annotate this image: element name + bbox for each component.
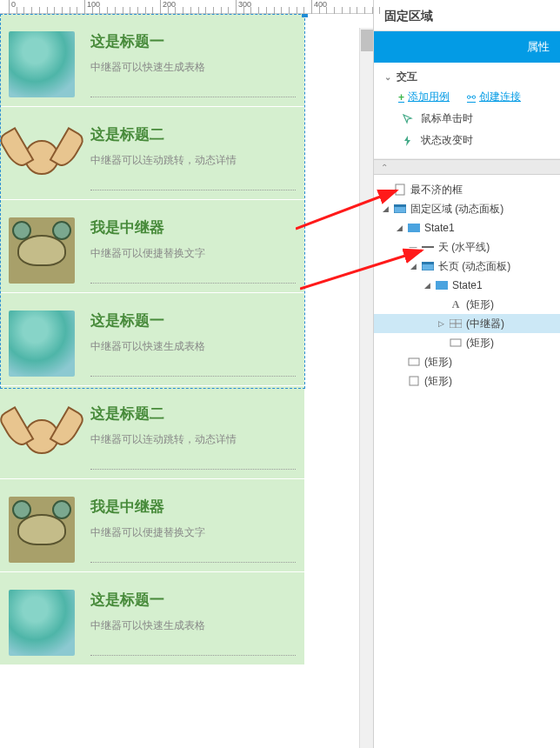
create-link-link[interactable]: ⚯ 创建连接 <box>467 90 521 104</box>
interaction-section: ⌄ 交互 + 添加用例 ⚯ 创建连接 鼠标单击时 状态改变时 <box>374 63 560 159</box>
tree-item[interactable]: —天 (水平线) <box>374 237 560 257</box>
tree-toggle-icon[interactable]: ◢ <box>409 262 417 270</box>
tree-label: (矩形) <box>424 374 452 389</box>
item-title: 这是标题二 <box>90 404 296 424</box>
rect-icon <box>407 356 421 368</box>
avatar <box>9 497 75 563</box>
line-icon <box>421 241 435 253</box>
state-icon <box>407 222 421 234</box>
svg-rect-8 <box>422 262 434 264</box>
tree-item[interactable]: 最不济的框 <box>374 180 560 199</box>
canvas-content[interactable]: 这是标题一中继器可以快速生成表格这是标题二中继器可以连动跳转，动态详情我是中继器… <box>0 14 373 748</box>
chevron-down-icon: ⌄ <box>384 72 391 82</box>
tree-label: 长页 (动态面板) <box>438 259 510 274</box>
tree-item[interactable]: A(矩形) <box>374 295 560 314</box>
tree-item[interactable]: ◢长页 (动态面板) <box>374 257 560 276</box>
list-item[interactable]: 这是标题一中继器可以快速生成表格 <box>0 571 304 665</box>
canvas-area[interactable]: 0100200300400 这是标题一中继器可以快速生成表格这是标题二中继器可以… <box>0 0 373 748</box>
item-subtitle: 中继器可以便捷替换文字 <box>90 525 296 540</box>
panel-icon <box>421 260 435 272</box>
rect-icon <box>449 337 463 349</box>
tree-label: 固定区域 (动态面板) <box>410 202 503 217</box>
event-label: 状态改变时 <box>421 133 473 148</box>
plus-icon: + <box>398 91 404 104</box>
link-icon: ⚯ <box>467 91 476 104</box>
item-subtitle: 中继器可以连动跳转，动态详情 <box>90 432 296 447</box>
section-title: 交互 <box>397 70 417 84</box>
tree-label: (矩形) <box>466 297 494 312</box>
tree-item[interactable]: ◢State1 <box>374 218 560 237</box>
tab-bar: 属性 <box>374 31 560 63</box>
selection-outline <box>0 14 305 389</box>
avatar <box>9 590 75 656</box>
svg-rect-5 <box>408 224 420 232</box>
svg-rect-13 <box>450 339 461 346</box>
tree-toggle-icon[interactable]: ▷ <box>437 319 445 328</box>
tree-item[interactable]: ◢State1 <box>374 276 560 295</box>
add-case-link[interactable]: + 添加用例 <box>398 90 450 104</box>
list-item[interactable]: 这是标题二中继器可以连动跳转，动态详情 <box>0 385 304 478</box>
event-state-change[interactable]: 状态改变时 <box>384 130 550 151</box>
ruler-tick: 0 <box>9 0 16 14</box>
svg-rect-2 <box>396 184 404 195</box>
state-icon <box>435 279 449 291</box>
tree-toggle-icon[interactable]: ◢ <box>423 281 431 290</box>
avatar <box>9 404 75 470</box>
tree-label: State1 <box>424 222 455 234</box>
tree-label: (中继器) <box>466 317 504 331</box>
collapse-bar[interactable]: ⌃ <box>374 159 560 175</box>
page-icon <box>393 184 407 196</box>
tab-properties[interactable]: 属性 <box>527 39 550 55</box>
repeater-icon <box>449 317 463 330</box>
text-icon: A <box>449 298 463 311</box>
tree-item[interactable]: (矩形) <box>374 333 560 352</box>
tree-toggle-icon[interactable]: ◢ <box>381 204 390 213</box>
svg-rect-14 <box>409 358 419 365</box>
panel-title: 固定区域 <box>374 0 560 31</box>
cursor-click-icon <box>402 113 414 125</box>
outline-tree[interactable]: 最不济的框◢固定区域 (动态面板)◢State1—天 (水平线)◢长页 (动态面… <box>374 175 560 748</box>
tree-label: (矩形) <box>424 355 452 370</box>
event-click[interactable]: 鼠标单击时 <box>384 108 550 130</box>
svg-rect-15 <box>410 377 418 385</box>
item-subtitle: 中继器可以快速生成表格 <box>90 618 296 633</box>
tree-toggle-icon[interactable]: — <box>409 243 417 251</box>
event-label: 鼠标单击时 <box>421 111 473 126</box>
tree-label: 天 (水平线) <box>438 240 490 255</box>
svg-rect-4 <box>394 204 406 207</box>
tree-label: (矩形) <box>466 336 494 351</box>
tree-item[interactable]: (矩形) <box>374 352 560 371</box>
tree-item[interactable]: ◢固定区域 (动态面板) <box>374 199 560 218</box>
item-title: 这是标题一 <box>90 590 296 610</box>
scrollbar-thumb[interactable] <box>361 30 373 51</box>
box-icon <box>407 375 421 387</box>
create-link-label: 创建连接 <box>479 90 521 104</box>
svg-rect-9 <box>436 281 448 290</box>
lightning-icon <box>402 135 414 147</box>
tree-item[interactable]: ▷(中继器) <box>374 314 560 333</box>
inspector-panel: 固定区域 属性 ⌄ 交互 + 添加用例 ⚯ 创建连接 鼠标单击时 状态改变时 <box>373 0 560 748</box>
resize-handle-tr[interactable] <box>302 14 308 17</box>
section-header-interaction[interactable]: ⌄ 交互 <box>384 70 550 84</box>
tree-item[interactable]: (矩形) <box>374 371 560 391</box>
list-item[interactable]: 我是中继器中继器可以便捷替换文字 <box>0 478 304 571</box>
ruler-horizontal: 0100200300400 <box>0 0 373 14</box>
tree-label: State1 <box>452 279 483 291</box>
item-title: 我是中继器 <box>90 497 296 517</box>
tree-toggle-icon[interactable]: ◢ <box>395 224 403 232</box>
canvas-scrollbar[interactable] <box>359 28 373 748</box>
add-case-label: 添加用例 <box>408 90 450 104</box>
panel-icon <box>393 203 407 215</box>
tree-label: 最不济的框 <box>410 183 463 197</box>
chevron-left-icon: ⌃ <box>381 163 388 172</box>
